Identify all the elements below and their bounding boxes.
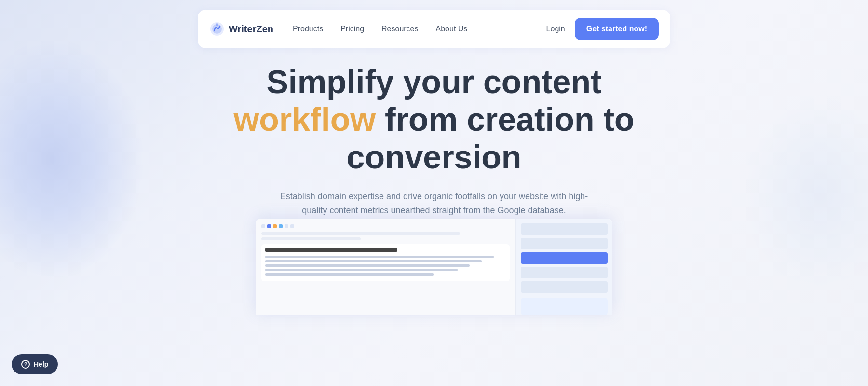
login-button[interactable]: Login [546,25,565,33]
toolbar-dot-3 [290,224,294,228]
editor-content-area [261,244,510,281]
logo-icon [209,21,225,37]
toolbar-dot-active [267,224,271,228]
editor-toolbar [261,224,510,228]
svg-point-2 [216,23,218,26]
screenshot-sidebar-panel [516,219,612,315]
toolbar-dot-2 [285,224,288,228]
hero-section: Simplify your content workflow from crea… [0,63,868,305]
content-line-2 [265,260,482,262]
logo[interactable]: WriterZen [209,21,273,37]
app-screenshot-preview [256,219,612,315]
hero-title-part2: from creation to conversion [347,101,635,175]
nav-link-pricing[interactable]: Pricing [340,25,364,33]
toolbar-dot-blue [279,224,283,228]
navbar: WriterZen Products Pricing Resources Abo… [198,10,670,48]
sidebar-preview-1 [521,223,608,235]
help-icon: ? [21,360,30,369]
hero-title-part1: Simplify your content [266,63,601,100]
toolbar-dot-orange [273,224,277,228]
hero-title-highlight: workflow [233,101,376,138]
content-heading [265,248,397,252]
nav-link-products[interactable]: Products [293,25,323,33]
editor-line-1 [261,232,460,235]
toolbar-dot-1 [261,224,265,228]
help-label: Help [34,360,48,368]
hero-subtitle: Establish domain expertise and drive org… [280,190,588,218]
content-line-3 [265,264,470,267]
nav-link-resources[interactable]: Resources [381,25,418,33]
nav-link-about[interactable]: About Us [436,25,468,33]
sidebar-preview-2 [521,238,608,249]
editor-line-2 [261,237,361,240]
nav-right: Login Get started now! [546,18,659,40]
sidebar-preview-4 [521,281,608,293]
sidebar-preview-active [521,252,608,264]
screenshot-editor-panel [256,219,516,315]
hero-title: Simplify your content workflow from crea… [212,63,656,176]
content-line-1 [265,256,494,258]
content-line-5 [265,273,434,276]
content-line-4 [265,269,458,271]
help-button[interactable]: ? Help [12,354,58,374]
sidebar-preview-3 [521,267,608,278]
sidebar-cta-preview [521,298,608,315]
nav-links: Products Pricing Resources About Us [293,25,546,33]
logo-text: WriterZen [229,24,273,35]
nav-cta-button[interactable]: Get started now! [575,18,659,40]
